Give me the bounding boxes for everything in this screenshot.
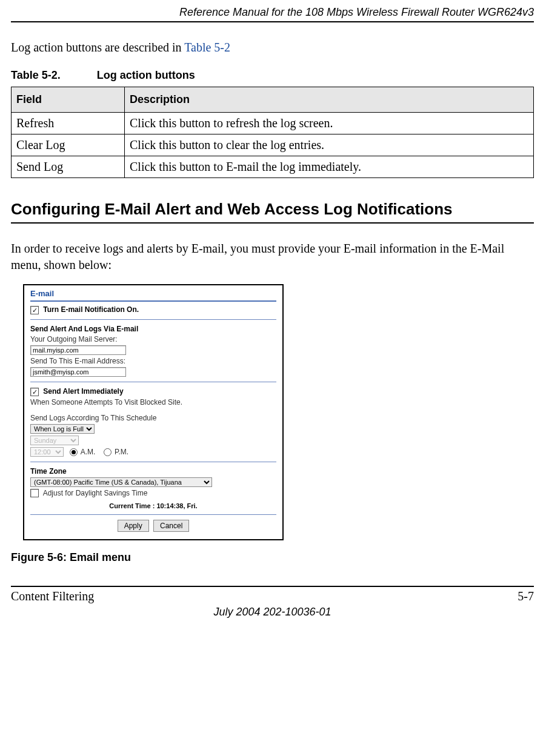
- time-select[interactable]: 12:00: [30, 447, 64, 457]
- schedule-select[interactable]: When Log is Full: [30, 424, 95, 434]
- cell-field: Clear Log: [12, 134, 125, 156]
- divider: [30, 462, 276, 462]
- table-5-2-number: Table 5-2.: [11, 69, 61, 81]
- sendto-email-input[interactable]: [30, 367, 126, 377]
- current-time-label: Current Time : 10:14:38, Fri.: [30, 502, 276, 509]
- intro-text: Log action buttons are described in: [11, 41, 184, 54]
- cell-desc: Click this button to E-mail the log imme…: [125, 156, 534, 178]
- day-select[interactable]: Sunday: [30, 436, 79, 445]
- figure-5-6-caption: Figure 5-6: Email menu: [11, 551, 534, 564]
- outgoing-label: Your Outgoing Mail Server:: [30, 335, 276, 343]
- table-5-2-caption: Table 5-2.Log action buttons: [11, 69, 534, 82]
- pm-label: P.M.: [115, 448, 128, 456]
- divider: [30, 514, 276, 515]
- table-row: Send Log Click this button to E-mail the…: [12, 156, 534, 178]
- section-paragraph: In order to receive logs and alerts by E…: [11, 240, 534, 273]
- cell-field: Refresh: [12, 113, 125, 134]
- cancel-button[interactable]: Cancel: [153, 520, 189, 532]
- notify-label: Turn E-mail Notification On.: [43, 305, 139, 314]
- pm-radio[interactable]: [104, 448, 112, 456]
- timezone-heading: Time Zone: [30, 467, 276, 476]
- divider: [30, 300, 276, 302]
- schedule-label: Send Logs According To This Schedule: [30, 414, 276, 422]
- table-5-2-title: Log action buttons: [97, 69, 195, 81]
- footer-chapter: Content Filtering: [11, 589, 94, 603]
- cell-desc: Click this button to clear the log entri…: [125, 134, 534, 156]
- am-radio[interactable]: [70, 448, 78, 456]
- th-field: Field: [12, 87, 125, 113]
- email-panel-title: E-mail: [30, 289, 276, 298]
- table-row: Clear Log Click this button to clear the…: [12, 134, 534, 156]
- section-heading: Configuring E-Mail Alert and Web Access …: [11, 200, 534, 224]
- outgoing-mail-server-input[interactable]: [30, 345, 126, 355]
- th-description: Description: [125, 87, 534, 113]
- send-section-heading: Send Alert And Logs Via E-mail: [30, 325, 276, 333]
- dst-label: Adjust for Daylight Savings Time: [43, 489, 148, 497]
- sendto-label: Send To This E-mail Address:: [30, 357, 276, 365]
- timezone-select[interactable]: (GMT-08:00) Pacific Time (US & Canada), …: [30, 477, 212, 487]
- intro-paragraph: Log action buttons are described in Tabl…: [11, 39, 534, 56]
- page-footer: Content Filtering 5-7: [11, 586, 534, 603]
- cell-desc: Click this button to refresh the log scr…: [125, 113, 534, 134]
- footer-page-number: 5-7: [518, 589, 534, 603]
- table-5-2-xref[interactable]: Table 5-2: [184, 41, 230, 54]
- am-label: A.M.: [81, 448, 96, 456]
- cell-field: Send Log: [12, 156, 125, 178]
- apply-button[interactable]: Apply: [118, 520, 149, 532]
- alert-immediately-label: Send Alert Immediately: [43, 387, 123, 396]
- divider: [30, 319, 276, 320]
- log-action-buttons-table: Field Description Refresh Click this but…: [11, 87, 534, 178]
- alert-sub-label: When Someone Attempts To Visit Blocked S…: [30, 398, 276, 406]
- table-row: Refresh Click this button to refresh the…: [12, 113, 534, 134]
- alert-immediately-checkbox[interactable]: ✓: [30, 388, 39, 396]
- dst-checkbox[interactable]: [30, 489, 39, 497]
- notify-checkbox[interactable]: ✓: [30, 306, 39, 314]
- running-header: Reference Manual for the 108 Mbps Wirele…: [11, 6, 534, 22]
- divider: [30, 382, 276, 382]
- footer-date: July 2004 202-10036-01: [11, 606, 534, 618]
- email-menu-screenshot: E-mail ✓ Turn E-mail Notification On. Se…: [23, 284, 284, 540]
